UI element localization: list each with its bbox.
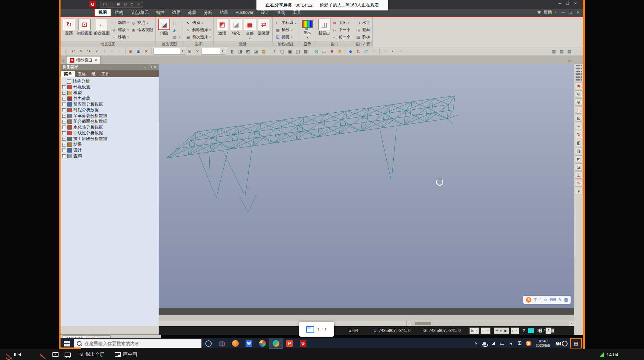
float-icon[interactable]: ❒ xyxy=(149,65,152,69)
ribbon-small-render-mode[interactable]: ◭ xyxy=(172,26,180,33)
toolbar-globe-icon[interactable]: ◍ xyxy=(313,48,320,54)
total-spinner[interactable]: ▲▼ xyxy=(551,329,555,333)
toolbar-delete-mark-icon[interactable]: ✕ xyxy=(143,48,150,54)
close-icon[interactable]: ✕ xyxy=(574,1,577,6)
tree-item-查询[interactable]: +查询 xyxy=(62,153,159,159)
toolbar-tiny-b-icon[interactable]: ▪ xyxy=(389,48,396,54)
toolbar-cross-icon[interactable]: ＋ xyxy=(370,48,377,54)
doc-restore-icon[interactable]: ❒ xyxy=(569,10,572,15)
tree-item-设计[interactable]: +设计 xyxy=(62,148,159,153)
ribbon-small-命名视图[interactable]: ◉命名视图 xyxy=(131,26,153,33)
ribbon-small-动态[interactable]: ⊙动态˅ xyxy=(111,19,129,26)
camera-off-button[interactable] xyxy=(34,349,47,360)
keyboard-icon[interactable]: ⌨ xyxy=(550,296,556,304)
view-grid-icon[interactable]: ▦ xyxy=(550,48,557,54)
tree-item-结构分析[interactable]: 结构分析 xyxy=(62,78,159,84)
toolbar-swap-v-icon[interactable]: ⇅ xyxy=(355,48,362,54)
toolbar-mark-red-icon[interactable]: ■ xyxy=(328,48,336,54)
toolbar-win-top-icon[interactable]: ◨ xyxy=(237,48,244,54)
ribbon-small-render-sphere[interactable]: ◍˅ xyxy=(172,33,180,41)
tree-item-反应谱分析数据[interactable]: +反应谱分析数据 xyxy=(62,102,159,107)
taskbar-app-powerpoint[interactable]: P xyxy=(283,338,296,348)
quote-icon[interactable]: ’ xyxy=(540,296,541,304)
ribbon-small-移动[interactable]: ＋移动˅ xyxy=(111,33,129,41)
expand-icon[interactable]: + xyxy=(62,103,66,106)
rail-pin-icon[interactable]: ▼ xyxy=(575,188,582,195)
ribbon-small-捕捉[interactable]: ☑捕捉˅ xyxy=(275,33,297,41)
menu-tab-结果[interactable]: 结果 xyxy=(216,9,232,16)
page-spinner[interactable]: ▲▼ xyxy=(539,329,542,333)
model-viewport[interactable]: S 中 ’ ☺ ⌨ ✎ ▦ xyxy=(159,64,574,308)
start-button[interactable] xyxy=(60,338,74,348)
expand-icon[interactable]: + xyxy=(62,114,66,118)
toolbar-grip-icon[interactable]: ⋮ xyxy=(101,48,108,54)
ribbon-small-下一个[interactable]: ▻下一个 xyxy=(332,26,351,33)
tree-tab-组[interactable]: 组 xyxy=(89,71,98,77)
selection-combo[interactable]: ▼ xyxy=(202,48,225,54)
ribbon-small-视点[interactable]: ◇视点˅ xyxy=(131,19,153,26)
length-unit-select[interactable]: m˅ xyxy=(481,328,490,334)
tray-chevron[interactable]: ˄ xyxy=(472,338,480,348)
grid-palette-icon[interactable] xyxy=(575,71,582,75)
tray-ime[interactable]: 田 xyxy=(515,338,524,348)
preview-icon[interactable]: ⊙ xyxy=(129,1,135,7)
tree-item-水化热分析数据[interactable]: +水化热分析数据 xyxy=(62,125,159,130)
tree-tab-菜单[interactable]: 菜单 xyxy=(61,71,75,77)
tree-item-环境设置[interactable]: +环境设置 xyxy=(62,84,159,90)
open-file-icon[interactable]: ▱ xyxy=(109,1,115,7)
toolbar-undo-icon[interactable]: ↶ xyxy=(70,48,77,54)
ribbon-small-选择[interactable]: ↖选择˅ xyxy=(186,19,211,26)
help-label[interactable]: 帮助 xyxy=(544,9,552,15)
scrollbar-thumb[interactable] xyxy=(415,322,431,325)
taskbar-app-firefox[interactable] xyxy=(229,338,242,348)
toolbar-grip-icon[interactable]: ⋮ xyxy=(62,48,69,54)
ribbon-button-逆激活[interactable]: ⇄逆激活 xyxy=(258,19,270,36)
tray-sogou[interactable]: S xyxy=(524,338,533,348)
tree-item-非线性分析数据[interactable]: +非线性分析数据 xyxy=(62,130,159,136)
minimize-icon[interactable]: ─ xyxy=(558,1,561,6)
name-filter-combo[interactable]: ▼ xyxy=(154,48,185,54)
print-icon[interactable]: ⊟ xyxy=(122,1,128,7)
doc-close-icon[interactable]: ✕ xyxy=(576,10,580,15)
toolbar-win-iso-icon[interactable]: ◪ xyxy=(252,48,259,54)
ribbon-button-新窗口[interactable]: ◫新窗口 xyxy=(318,19,330,36)
cortana-button[interactable] xyxy=(202,338,215,348)
taskbar-app-midas[interactable]: G xyxy=(296,338,310,348)
ribbon-small-水平[interactable]: ⊟水平 xyxy=(355,19,370,26)
tree-item-吊车荷载分析数据[interactable]: +吊车荷载分析数据 xyxy=(62,113,159,119)
menu-tab-边界[interactable]: 边界 xyxy=(168,9,184,16)
total-pages[interactable]: 2 xyxy=(546,328,551,334)
tray-display[interactable]: ▭ xyxy=(498,338,507,348)
ribbon-small-前一个[interactable]: ◅前一个 xyxy=(332,33,351,41)
tree-item-组合截面分析数据[interactable]: +组合截面分析数据 xyxy=(62,119,159,125)
grid-palette-icon[interactable] xyxy=(575,76,582,81)
expand-icon[interactable]: + xyxy=(62,120,66,123)
rail-zoom-box-icon[interactable]: ⊡ xyxy=(575,115,582,122)
force-unit-select[interactable]: to˅ xyxy=(469,328,479,334)
toolbar-dd-icon[interactable]: ˅ xyxy=(77,48,85,54)
toolbar-add-elem-icon[interactable]: ⊞ xyxy=(135,48,142,54)
chevron-down-icon[interactable]: ˅ xyxy=(554,11,556,14)
save-icon[interactable]: ▣ xyxy=(115,1,121,7)
rail-win-4-icon[interactable]: ◪ xyxy=(575,163,582,171)
ime-mode-label[interactable]: 中 xyxy=(534,296,538,304)
help-question[interactable]: ? xyxy=(523,328,525,333)
ribbon-button-消隐[interactable]: ◪消隐 xyxy=(158,19,170,36)
rail-zoom-out-icon[interactable]: ⊖ xyxy=(575,98,582,106)
toolbar-dd-icon[interactable]: ˅ xyxy=(194,48,201,54)
toolbar-zoom-pick-icon[interactable]: ⊙ xyxy=(186,48,193,54)
toolbar-add-node-icon[interactable]: ⊕ xyxy=(127,48,134,54)
menu-tab-节点/单元[interactable]: 节点/单元 xyxy=(127,9,152,16)
taskbar-search[interactable] xyxy=(74,339,202,348)
pin-icon[interactable]: ─ xyxy=(144,65,147,69)
screen-share-button[interactable]: ➚ xyxy=(49,349,62,360)
taskbar-app-task-view[interactable]: ◫ xyxy=(215,338,229,348)
rail-pencil-red-icon[interactable]: ✎ xyxy=(575,180,582,187)
taskbar-app-meeting[interactable] xyxy=(269,338,283,348)
expand-icon[interactable]: + xyxy=(62,143,66,147)
tray-volume[interactable]: ◄ xyxy=(507,338,515,348)
taskbar-clock[interactable]: 18:402020/5/5 xyxy=(533,339,553,348)
ribbon-small-解除选择[interactable]: ↖解除选择˅ xyxy=(186,26,211,33)
expand-icon[interactable]: + xyxy=(62,91,66,95)
ribbon-small-缩放[interactable]: ⊕缩放˅ xyxy=(111,26,129,33)
